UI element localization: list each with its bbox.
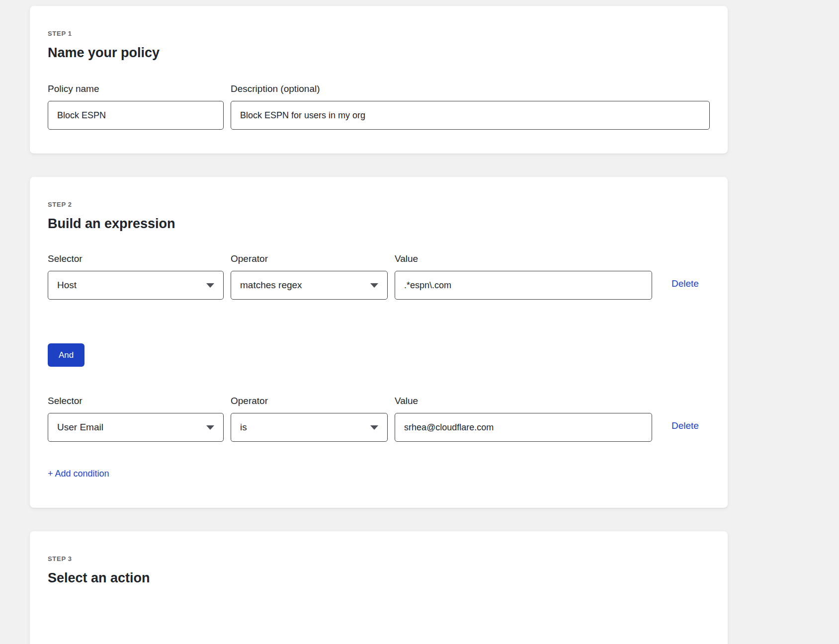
step2-label: STEP 2 <box>48 201 710 208</box>
policy-name-label: Policy name <box>48 83 224 94</box>
delete-condition-link[interactable]: Delete <box>671 278 699 289</box>
description-input[interactable] <box>231 101 710 130</box>
selector-field: Selector User Email <box>48 396 224 442</box>
condition-row: Selector Host Operator matches regex Val… <box>48 253 710 300</box>
step1-card: STEP 1 Name your policy Policy name Desc… <box>30 6 728 154</box>
delete-column: Delete <box>671 396 699 431</box>
chevron-down-icon <box>206 283 214 288</box>
selector-dropdown-value: User Email <box>57 422 103 433</box>
selector-field: Selector Host <box>48 253 224 300</box>
value-input[interactable] <box>395 413 652 442</box>
operator-dropdown-value: is <box>240 422 247 433</box>
step1-label: STEP 1 <box>48 30 710 37</box>
operator-field: Operator is <box>231 396 388 442</box>
operator-dropdown[interactable]: matches regex <box>231 271 388 300</box>
step3-title: Select an action <box>48 570 710 586</box>
and-button-wrap: And <box>48 343 710 367</box>
step2-card: STEP 2 Build an expression Selector Host… <box>30 177 728 508</box>
step2-title: Build an expression <box>48 216 710 232</box>
policy-name-row: Policy name Description (optional) <box>48 83 710 130</box>
selector-dropdown[interactable]: User Email <box>48 413 224 442</box>
value-input[interactable] <box>395 271 652 300</box>
operator-label: Operator <box>231 396 388 406</box>
add-condition-wrap: + Add condition <box>48 469 710 479</box>
selector-label: Selector <box>48 253 224 264</box>
policy-name-field: Policy name <box>48 83 224 130</box>
add-condition-link[interactable]: + Add condition <box>48 469 109 479</box>
chevron-down-icon <box>370 283 378 288</box>
value-label: Value <box>395 396 652 406</box>
value-field: Value <box>395 253 652 300</box>
step1-title: Name your policy <box>48 45 710 61</box>
step3-label: STEP 3 <box>48 555 710 563</box>
value-label: Value <box>395 253 652 264</box>
delete-column: Delete <box>671 253 699 289</box>
condition-row: Selector User Email Operator is Value De… <box>48 396 710 442</box>
selector-dropdown-value: Host <box>57 280 77 291</box>
description-label: Description (optional) <box>231 83 710 94</box>
chevron-down-icon <box>206 425 214 430</box>
policy-builder-page: STEP 1 Name your policy Policy name Desc… <box>0 0 839 644</box>
selector-dropdown[interactable]: Host <box>48 271 224 300</box>
operator-label: Operator <box>231 253 388 264</box>
delete-condition-link[interactable]: Delete <box>671 420 699 431</box>
operator-dropdown-value: matches regex <box>240 280 302 291</box>
value-field: Value <box>395 396 652 442</box>
operator-dropdown[interactable]: is <box>231 413 388 442</box>
step3-card: STEP 3 Select an action <box>30 531 728 644</box>
selector-label: Selector <box>48 396 224 406</box>
policy-name-input[interactable] <box>48 101 224 130</box>
description-field: Description (optional) <box>231 83 710 130</box>
chevron-down-icon <box>370 425 378 430</box>
operator-field: Operator matches regex <box>231 253 388 300</box>
and-button[interactable]: And <box>48 343 84 367</box>
